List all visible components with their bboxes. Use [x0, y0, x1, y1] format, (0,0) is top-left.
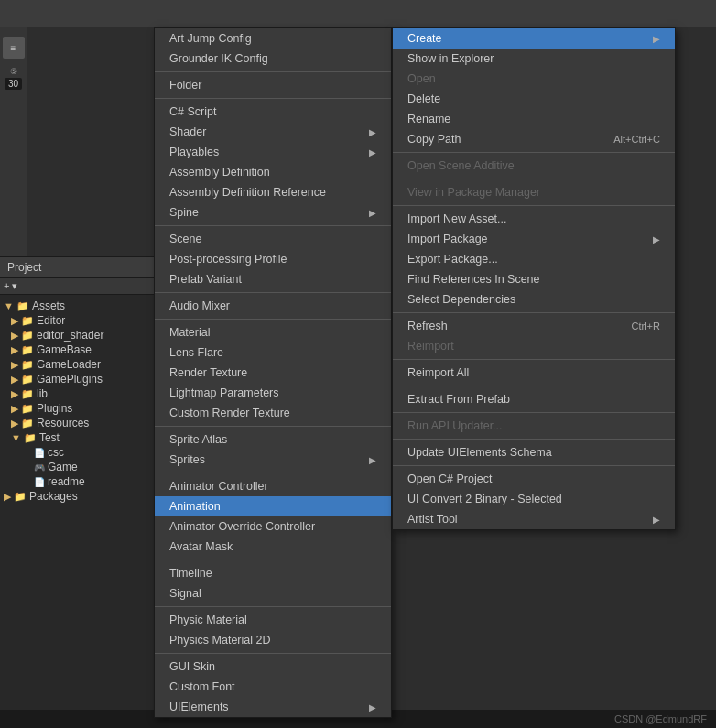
left-menu-item[interactable]: Avatar Mask: [155, 537, 391, 557]
menu-item-label: Run API Updater...: [407, 419, 503, 432]
menu-item-label: Find References In Scene: [407, 273, 540, 286]
right-menu-item[interactable]: Delete: [393, 89, 675, 109]
left-menu-item[interactable]: Signal: [155, 583, 391, 603]
left-menu-item[interactable]: Animator Override Controller: [155, 516, 391, 537]
tree-item-lib[interactable]: ▶ 📁 lib: [0, 386, 154, 401]
menu-item-label: Render Texture: [169, 366, 247, 379]
menu-item-label: Avatar Mask: [169, 540, 233, 553]
right-menu-item[interactable]: Import Package▶: [393, 229, 675, 249]
menu-item-label: Grounder IK Config: [169, 52, 268, 65]
tree-item-plugins[interactable]: ▶ 📁 Plugins: [0, 401, 154, 416]
tree-item-editor[interactable]: ▶ 📁 Editor: [0, 313, 154, 328]
right-menu-item: Reimport: [393, 336, 675, 356]
left-menu-item[interactable]: Lightmap Parameters: [155, 383, 391, 403]
sidebar-icon-1[interactable]: ≡: [3, 37, 25, 59]
menu-item-label: Open: [407, 72, 436, 85]
folder-expand-icon-resources: ▶: [11, 418, 18, 429]
menu-shortcut: Alt+Ctrl+C: [613, 134, 660, 145]
left-menu-item[interactable]: Prefab Variant: [155, 269, 391, 289]
left-menu-item[interactable]: Playables▶: [155, 142, 391, 162]
menu-item-label: Scene: [169, 233, 201, 245]
left-menu-item[interactable]: Animator Controller: [155, 476, 391, 496]
tree-item-csc[interactable]: 📄 csc: [0, 445, 154, 460]
left-menu-item[interactable]: Lens Flare: [155, 342, 391, 363]
submenu-arrow-icon: ▶: [653, 34, 660, 44]
tree-item-packages[interactable]: ▶ 📁 Packages: [0, 489, 154, 504]
folder-icon-gameloader: 📁: [21, 359, 34, 371]
left-menu-item[interactable]: Assembly Definition Reference: [155, 182, 391, 202]
right-menu-item[interactable]: Update UIElements Schema: [393, 442, 675, 462]
sidebar-badge: 30: [5, 78, 22, 90]
left-menu-item[interactable]: Grounder IK Config: [155, 49, 391, 69]
menu-separator: [155, 71, 391, 72]
toolbar-plus[interactable]: + ▾: [4, 280, 17, 292]
tree-label-readme: readme: [48, 475, 85, 488]
left-menu-item[interactable]: UIElements▶: [155, 697, 391, 717]
menu-separator: [393, 412, 675, 413]
right-menu-item[interactable]: Create▶: [393, 28, 675, 49]
right-menu-item[interactable]: RefreshCtrl+R: [393, 316, 675, 336]
menu-item-label: Rename: [407, 113, 450, 125]
tree-item-gameloader[interactable]: ▶ 📁 GameLoader: [0, 357, 154, 372]
right-menu-item[interactable]: Artist Tool▶: [393, 509, 675, 529]
right-menu-item[interactable]: UI Convert 2 Binary - Selected: [393, 489, 675, 509]
menu-item-label: Spine: [169, 206, 199, 219]
menu-item-label: Physic Material: [169, 614, 247, 626]
folder-expand-icon-gamebase: ▶: [11, 344, 18, 356]
menu-separator: [393, 205, 675, 206]
right-menu-item[interactable]: Reimport All: [393, 363, 675, 383]
right-menu-item[interactable]: Select Dependencies: [393, 289, 675, 310]
left-menu-item[interactable]: Render Texture: [155, 363, 391, 383]
left-menu-item[interactable]: Animation: [155, 496, 391, 516]
left-menu-item[interactable]: Scene: [155, 229, 391, 249]
tree-label-resources: Resources: [37, 417, 89, 429]
left-menu-item[interactable]: Custom Font: [155, 677, 391, 697]
menu-separator: [393, 179, 675, 179]
menu-shortcut: Ctrl+R: [632, 321, 660, 331]
menu-separator: [155, 560, 391, 560]
left-menu-item[interactable]: Art Jump Config: [155, 28, 391, 49]
right-menu-item[interactable]: Open C# Project: [393, 469, 675, 489]
left-menu-item[interactable]: Audio Mixer: [155, 296, 391, 316]
left-menu-item[interactable]: Post-processing Profile: [155, 249, 391, 269]
left-menu-item[interactable]: GUI Skin: [155, 657, 391, 677]
folder-icon-plugins: 📁: [21, 403, 34, 415]
left-menu-item[interactable]: Physic Material: [155, 610, 391, 630]
right-menu-item[interactable]: Export Package...: [393, 249, 675, 269]
right-menu-item[interactable]: Extract From Prefab: [393, 389, 675, 409]
menu-item-label: Refresh: [407, 320, 448, 332]
right-menu-item[interactable]: Rename: [393, 109, 675, 129]
folder-expand-icon-edshader: ▶: [11, 330, 18, 342]
left-menu-item[interactable]: C# Script: [155, 102, 391, 122]
tree-item-gamebase[interactable]: ▶ 📁 GameBase: [0, 342, 154, 357]
left-menu-item[interactable]: Sprite Atlas: [155, 429, 391, 450]
tree-item-readme[interactable]: 📄 readme: [0, 474, 154, 489]
tree-item-editor-shader[interactable]: ▶ 📁 editor_shader: [0, 328, 154, 342]
menu-item-label: Physics Material 2D: [169, 634, 270, 647]
left-menu-item[interactable]: Timeline: [155, 563, 391, 583]
menu-item-label: View in Package Manager: [407, 186, 540, 199]
right-menu-item[interactable]: Show in Explorer: [393, 49, 675, 69]
right-menu-item[interactable]: Copy PathAlt+Ctrl+C: [393, 129, 675, 149]
submenu-arrow-icon: ▶: [369, 455, 376, 465]
tree-label-packages: Packages: [29, 490, 78, 503]
left-menu-item[interactable]: Physics Material 2D: [155, 630, 391, 650]
tree-label-editor: Editor: [37, 314, 65, 327]
left-menu-item[interactable]: Folder: [155, 75, 391, 95]
menu-item-label: Animator Controller: [169, 480, 268, 493]
left-menu-item[interactable]: Spine▶: [155, 202, 391, 223]
menu-item-label: Update UIElements Schema: [407, 446, 552, 459]
menu-item-label: UI Convert 2 Binary - Selected: [407, 493, 562, 505]
left-menu-item[interactable]: Sprites▶: [155, 450, 391, 470]
left-menu-item[interactable]: Assembly Definition: [155, 162, 391, 182]
tree-item-resources[interactable]: ▶ 📁 Resources: [0, 416, 154, 430]
tree-item-assets[interactable]: ▼ 📁 Assets: [0, 299, 154, 313]
left-menu-item[interactable]: Material: [155, 322, 391, 342]
right-menu-item[interactable]: Import New Asset...: [393, 209, 675, 229]
left-menu-item[interactable]: Shader▶: [155, 122, 391, 142]
left-menu-item[interactable]: Custom Render Texture: [155, 403, 391, 423]
tree-item-test[interactable]: ▼ 📁 Test: [0, 430, 154, 445]
right-menu-item[interactable]: Find References In Scene: [393, 269, 675, 289]
tree-item-game[interactable]: 🎮 Game: [0, 460, 154, 474]
tree-item-gameplugins[interactable]: ▶ 📁 GamePlugins: [0, 372, 154, 386]
